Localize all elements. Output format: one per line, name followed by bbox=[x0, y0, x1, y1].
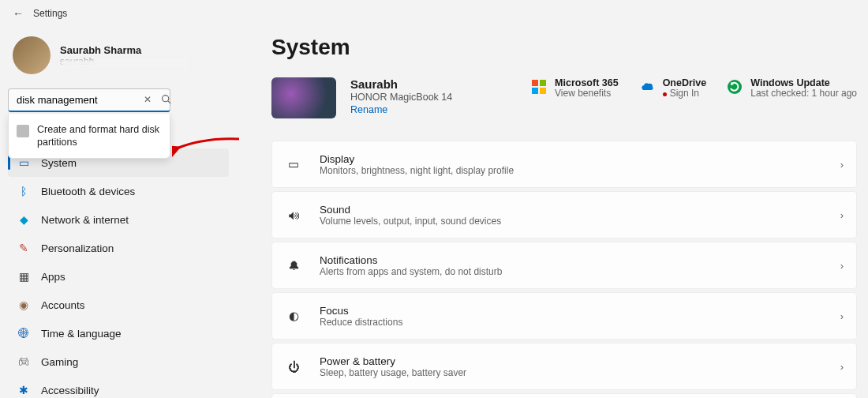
category-power-battery[interactable]: ⏻Power & batterySleep, battery usage, ba… bbox=[271, 343, 857, 390]
onedrive-icon bbox=[639, 79, 655, 95]
category-title: Notifications bbox=[320, 254, 840, 266]
search-container: ✕ Create and format hard disk partitions bbox=[8, 88, 229, 112]
nav-apps[interactable]: ▦Apps bbox=[8, 262, 229, 291]
category-focus[interactable]: ◐FocusReduce distractions› bbox=[271, 292, 857, 340]
category-icon: ▭ bbox=[285, 157, 302, 171]
nav-personalization[interactable]: ✎Personalization bbox=[8, 234, 229, 262]
card-m365[interactable]: Microsoft 365View benefits bbox=[531, 77, 619, 100]
nav-accounts[interactable]: ◉Accounts bbox=[8, 291, 229, 319]
apps-icon: ▦ bbox=[17, 270, 30, 283]
category-icon: 🔔︎ bbox=[285, 259, 302, 272]
rename-link[interactable]: Rename bbox=[350, 104, 517, 115]
category-icon: ◐ bbox=[285, 309, 302, 323]
category-sound[interactable]: 🔊︎SoundVolume levels, output, input, sou… bbox=[271, 191, 857, 238]
device-header: Saurabh HONOR MagicBook 14 Rename Micros… bbox=[271, 77, 857, 118]
category-icon: ⏻ bbox=[285, 360, 302, 374]
nav-time[interactable]: 🌐︎Time & language bbox=[8, 319, 229, 347]
chevron-right-icon: › bbox=[840, 310, 844, 322]
alert-dot-icon bbox=[663, 92, 667, 96]
profile-email: saurabh bbox=[60, 56, 141, 67]
nav-network[interactable]: ◆Network & internet bbox=[8, 205, 229, 234]
chevron-right-icon: › bbox=[840, 159, 844, 171]
nav-bluetooth[interactable]: ᛒBluetooth & devices bbox=[8, 177, 229, 205]
category-subtitle: Sleep, battery usage, battery saver bbox=[320, 367, 840, 378]
sidebar-nav: ▭System ᛒBluetooth & devices ◆Network & … bbox=[8, 148, 229, 398]
wifi-icon: ◆ bbox=[17, 213, 30, 226]
chevron-right-icon: › bbox=[840, 209, 844, 221]
svg-point-0 bbox=[163, 96, 169, 102]
svg-rect-3 bbox=[540, 80, 546, 86]
windows-update-icon bbox=[727, 79, 743, 95]
category-title: Display bbox=[320, 153, 840, 165]
back-button[interactable]: ← bbox=[13, 7, 24, 20]
svg-rect-5 bbox=[540, 88, 546, 94]
profile-card[interactable]: Saurabh Sharma saurabh bbox=[8, 33, 229, 84]
m365-icon bbox=[531, 79, 547, 95]
user-icon: ◉ bbox=[17, 298, 30, 311]
search-icon[interactable] bbox=[161, 94, 171, 107]
svg-rect-2 bbox=[532, 80, 538, 86]
category-title: Focus bbox=[320, 305, 840, 317]
clear-search-icon[interactable]: ✕ bbox=[144, 94, 152, 105]
card-onedrive[interactable]: OneDriveSign In bbox=[639, 77, 707, 100]
page-title: System bbox=[271, 35, 857, 60]
cloud-cards: Microsoft 365View benefits OneDriveSign … bbox=[531, 77, 857, 100]
category-subtitle: Monitors, brightness, night light, displ… bbox=[320, 165, 840, 176]
chevron-right-icon: › bbox=[840, 260, 844, 272]
search-suggestion-popup: Create and format hard disk partitions bbox=[8, 114, 170, 159]
search-suggestion-text: Create and format hard disk partitions bbox=[37, 123, 162, 148]
brush-icon: ✎ bbox=[17, 242, 30, 254]
search-suggestion-item[interactable]: Create and format hard disk partitions bbox=[9, 118, 170, 153]
globe-icon: 🌐︎ bbox=[17, 327, 30, 340]
category-display[interactable]: ▭DisplayMonitors, brightness, night ligh… bbox=[271, 141, 857, 188]
profile-name: Saurabh Sharma bbox=[60, 44, 141, 56]
chevron-right-icon: › bbox=[840, 361, 844, 373]
svg-rect-4 bbox=[532, 88, 538, 94]
category-subtitle: Alerts from apps and system, do not dist… bbox=[320, 266, 840, 277]
nav-accessibility[interactable]: ✱Accessibility bbox=[8, 376, 229, 398]
sidebar: Saurabh Sharma saurabh ✕ Create and form… bbox=[0, 27, 237, 398]
nav-gaming[interactable]: 🎮︎Gaming bbox=[8, 347, 229, 376]
category-title: Sound bbox=[320, 204, 840, 216]
device-thumbnail bbox=[271, 77, 336, 118]
main-content: System Saurabh HONOR MagicBook 14 Rename… bbox=[237, 27, 868, 398]
app-title: Settings bbox=[33, 8, 67, 19]
card-windows-update[interactable]: Windows UpdateLast checked: 1 hour ago bbox=[727, 77, 857, 100]
device-model: HONOR MagicBook 14 bbox=[350, 92, 517, 103]
device-name: Saurabh bbox=[350, 77, 517, 92]
bluetooth-icon: ᛒ bbox=[17, 185, 30, 197]
category-icon: 🔊︎ bbox=[285, 208, 302, 222]
disk-partition-icon bbox=[17, 125, 29, 137]
svg-line-1 bbox=[168, 101, 170, 103]
gamepad-icon: 🎮︎ bbox=[17, 355, 30, 368]
category-notifications[interactable]: 🔔︎NotificationsAlerts from apps and syst… bbox=[271, 242, 857, 289]
avatar bbox=[13, 36, 51, 74]
category-subtitle: Volume levels, output, input, sound devi… bbox=[320, 216, 840, 227]
category-subtitle: Reduce distractions bbox=[320, 317, 840, 328]
category-storage[interactable]: ▦StorageStorage space, drives, configura… bbox=[271, 393, 857, 398]
accessibility-icon: ✱ bbox=[17, 384, 30, 396]
category-title: Power & battery bbox=[320, 355, 840, 367]
